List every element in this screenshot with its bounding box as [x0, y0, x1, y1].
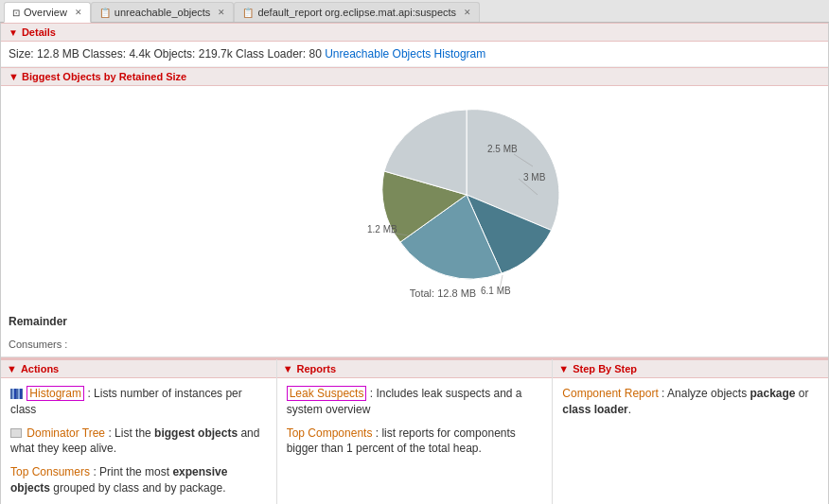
tab-close-icon[interactable]: ✕: [218, 8, 225, 17]
pie-chart: 3 MB 2.5 MB 1.2 MB 6.1 MB: [202, 96, 627, 294]
chart-area: 3 MB 2.5 MB 1.2 MB 6.1 MB Total: 12.8 MB: [202, 96, 627, 304]
reports-arrow[interactable]: ▼: [283, 363, 293, 374]
consumers-label: Consumers :: [9, 339, 67, 350]
report-leak-suspects: Leak Suspects : Includes leak suspects a…: [287, 386, 543, 418]
chart-container: 3 MB 2.5 MB 1.2 MB 6.1 MB Total: 12.8 MB: [1, 86, 828, 313]
details-section: ▼ Details Size: 12.8 MB Classes: 4.4k Ob…: [1, 23, 828, 67]
details-header: ▼ Details: [1, 23, 828, 42]
leak-suspects-link[interactable]: Leak Suspects: [287, 386, 367, 401]
tab-icon: ⊡: [12, 8, 20, 18]
remainder-label: Remainder: [1, 313, 828, 336]
biggest-objects-header: ▼ Biggest Objects by Retained Size: [1, 67, 828, 86]
action-dominator: Dominator Tree : List the biggest object…: [10, 426, 267, 458]
report-top-components: Top Components : list reports for compon…: [287, 426, 543, 458]
actions-column: ▼ Actions Histogram : Lists number of in…: [1, 359, 277, 504]
actions-title: Actions: [21, 363, 59, 374]
step-arrow[interactable]: ▼: [558, 363, 569, 374]
collapse-arrow[interactable]: ▼: [9, 27, 18, 38]
histogram-icon: [10, 389, 23, 399]
step-component-report: Component Report : Analyze objects packa…: [562, 386, 819, 418]
details-content: Size: 12.8 MB Classes: 4.4k Objects: 219…: [1, 42, 828, 67]
step-title: Step By Step: [573, 363, 637, 374]
tab-overview[interactable]: ⊡ Overview ✕: [4, 2, 91, 23]
tab-label: default_report org.eclipse.mat.api:suspe…: [257, 7, 456, 18]
tab-icon: 📋: [242, 8, 254, 18]
details-text: Size: 12.8 MB Classes: 4.4k Objects: 219…: [9, 47, 325, 61]
three-column-section: ▼ Actions Histogram : Lists number of in…: [1, 357, 828, 504]
reports-column: ▼ Reports Leak Suspects : Includes leak …: [277, 359, 554, 504]
unreachable-histogram-link[interactable]: Unreachable Objects Histogram: [325, 47, 485, 61]
biggest-objects-section: ▼ Biggest Objects by Retained Size: [1, 67, 828, 357]
tab-close-icon[interactable]: ✕: [464, 8, 471, 17]
histogram-link[interactable]: Histogram: [26, 386, 84, 401]
details-title: Details: [22, 26, 56, 38]
action-top-consumers: Top Consumers : Print the most expensive…: [10, 464, 267, 496]
tab-unreachable[interactable]: 📋 unreachable_objects ✕: [91, 2, 235, 22]
tab-close-icon[interactable]: ✕: [75, 8, 82, 17]
collapse-arrow[interactable]: ▼: [9, 71, 19, 82]
label-6-1mb: 6.1 MB: [481, 286, 511, 294]
reports-title: Reports: [297, 363, 337, 374]
tab-bar: ⊡ Overview ✕ 📋 unreachable_objects ✕ 📋 d…: [0, 0, 829, 23]
tab-label: Overview: [24, 7, 67, 18]
label-3mb: 3 MB: [523, 172, 546, 182]
reports-header: ▼ Reports: [277, 359, 553, 378]
dominator-icon: [10, 428, 22, 438]
actions-arrow[interactable]: ▼: [7, 363, 17, 374]
action-histogram: Histogram : Lists number of instances pe…: [10, 386, 267, 418]
tab-label: unreachable_objects: [115, 7, 211, 18]
dominator-link[interactable]: Dominator Tree: [26, 426, 105, 440]
top-components-link[interactable]: Top Components: [287, 426, 373, 440]
biggest-objects-title: Biggest Objects by Retained Size: [22, 71, 186, 82]
label-2-5mb: 2.5 MB: [487, 144, 518, 154]
tab-default-report[interactable]: 📋 default_report org.eclipse.mat.api:sus…: [234, 2, 480, 22]
component-report-link[interactable]: Component Report: [562, 387, 658, 400]
tab-icon: 📋: [99, 8, 111, 18]
consumers-row: Consumers :: [1, 336, 828, 356]
step-by-step-column: ▼ Step By Step Component Report : Analyz…: [553, 359, 828, 504]
main-content: ▼ Details Size: 12.8 MB Classes: 4.4k Ob…: [0, 23, 829, 504]
top-consumers-link[interactable]: Top Consumers: [10, 465, 90, 478]
actions-header: ▼ Actions: [1, 359, 276, 378]
step-header: ▼ Step By Step: [553, 359, 828, 378]
